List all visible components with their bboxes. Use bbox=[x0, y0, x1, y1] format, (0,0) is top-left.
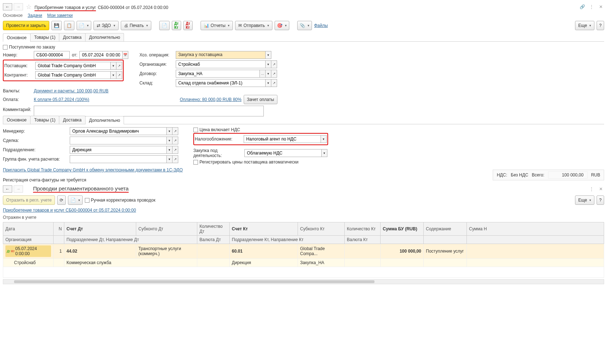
manager-field[interactable] bbox=[70, 127, 167, 135]
reflect-button[interactable]: Отразить в регл. учете bbox=[3, 195, 55, 205]
calendar-icon[interactable]: 📅 bbox=[123, 51, 128, 59]
org-open[interactable]: ↗ bbox=[271, 60, 277, 68]
contract-field[interactable] bbox=[176, 70, 260, 78]
number-field[interactable] bbox=[34, 51, 70, 59]
close2-icon[interactable]: ✕ bbox=[598, 186, 604, 192]
org-field[interactable] bbox=[176, 60, 266, 68]
kebab2-icon[interactable]: ⋮ bbox=[588, 186, 595, 192]
dtkt-green-button[interactable]: ДтКт bbox=[172, 21, 181, 30]
table-row[interactable]: ДтКт 05.07.2024 0:00:00 1 44.02 Транспор… bbox=[3, 244, 604, 259]
print-button[interactable]: 🖨 Печать bbox=[121, 21, 151, 30]
date-field[interactable] bbox=[79, 51, 123, 59]
attach-button[interactable]: 📎 bbox=[297, 21, 312, 30]
comment-field[interactable] bbox=[34, 106, 264, 116]
dept-open[interactable]: ↗ bbox=[173, 146, 178, 154]
link-bar: Основное Задачи Мои заметки bbox=[3, 13, 604, 18]
org-dropdown[interactable]: ▾ bbox=[266, 60, 271, 68]
post-button[interactable]: 📋 bbox=[64, 21, 74, 30]
op-dropdown[interactable]: ▾ bbox=[266, 51, 271, 59]
struct-button[interactable]: 🎯 bbox=[275, 21, 289, 30]
tab2-goods[interactable]: Товары (1) bbox=[30, 116, 59, 124]
contract-open[interactable]: ↗ bbox=[271, 70, 277, 78]
supplier-open[interactable]: ↗ bbox=[116, 62, 122, 70]
activity-field[interactable] bbox=[244, 149, 322, 157]
paid-link[interactable]: Оплачено: 80 000,00 RUB 80% bbox=[180, 97, 242, 102]
close-icon[interactable]: ✕ bbox=[598, 4, 604, 10]
currencies-link[interactable]: Документ и расчеты: 100 000,00 RUB bbox=[34, 88, 109, 93]
tab2-delivery[interactable]: Доставка bbox=[59, 116, 86, 124]
doc-link[interactable]: Приобретение товаров и услуг СБ00-000004… bbox=[3, 208, 136, 213]
edo-button[interactable]: ⇄ ЭДО bbox=[93, 21, 119, 30]
counter-field[interactable] bbox=[35, 71, 111, 79]
link-icon[interactable]: 🔗 bbox=[579, 4, 585, 10]
save-button[interactable]: 💾 bbox=[51, 21, 62, 30]
tab2-main[interactable]: Основное bbox=[3, 116, 31, 124]
table-row[interactable]: Стройснаб Коммерческая служба Дирекция З… bbox=[3, 259, 604, 267]
tax-dropdown[interactable]: ▾ bbox=[321, 135, 327, 143]
create-based-button[interactable]: 📄 bbox=[77, 21, 91, 30]
toolbar: Провести и закрыть 💾 📋 📄 ⇄ ЭДО 🖨 Печать … bbox=[3, 20, 604, 30]
tab-main[interactable]: Основное bbox=[3, 33, 31, 42]
send-button[interactable]: ✉ Отправить bbox=[235, 21, 272, 30]
dept-label: Подразделение: bbox=[3, 147, 68, 152]
tab-delivery[interactable]: Доставка bbox=[59, 33, 86, 41]
favorite-icon[interactable]: ☆ bbox=[26, 3, 32, 11]
copy-button[interactable]: 📄 bbox=[68, 195, 83, 205]
help2-button[interactable]: ? bbox=[597, 195, 604, 205]
more2-button[interactable]: Еще bbox=[575, 195, 594, 205]
refresh-button[interactable]: ⟳ bbox=[57, 195, 66, 205]
payment-link[interactable]: К оплате 05.07.2024 (100%) bbox=[34, 97, 89, 102]
op-field[interactable]: Закупка у поставщика bbox=[176, 51, 266, 59]
files-link[interactable]: Файлы bbox=[314, 23, 328, 28]
contract-dropdown[interactable]: ▾ bbox=[266, 70, 271, 78]
nav-back-button[interactable]: ← bbox=[3, 3, 12, 10]
supplier-dropdown[interactable]: ▾ bbox=[111, 62, 116, 70]
warehouse-label: Склад: bbox=[139, 80, 174, 86]
deal-dropdown[interactable]: ▾ bbox=[167, 137, 173, 144]
deal-open[interactable]: ↗ bbox=[173, 137, 178, 144]
doc-icon-button[interactable]: 📄 bbox=[159, 21, 170, 30]
manual-checkbox[interactable]: Ручная корректировка проводок bbox=[85, 198, 156, 203]
counter-dropdown[interactable]: ▾ bbox=[111, 71, 116, 79]
offset-button[interactable]: Зачет оплаты bbox=[244, 95, 277, 104]
tax-label: Налогообложение: bbox=[195, 137, 242, 142]
tax-field[interactable] bbox=[244, 135, 321, 143]
activity-dropdown[interactable]: ▾ bbox=[322, 149, 327, 157]
group-field[interactable] bbox=[70, 155, 167, 163]
h-scrollbar[interactable] bbox=[3, 279, 604, 284]
warehouse-dropdown[interactable]: ▾ bbox=[266, 79, 271, 87]
contract-more[interactable]: … bbox=[260, 70, 266, 78]
manager-dropdown[interactable]: ▾ bbox=[167, 127, 173, 135]
supplier-field[interactable] bbox=[35, 62, 111, 70]
more-button[interactable]: Еще bbox=[575, 21, 594, 30]
auto-price-checkbox[interactable]: Регистрировать цены поставщика автоматич… bbox=[193, 160, 298, 165]
dtkt-red-button[interactable]: ДтКт bbox=[183, 21, 193, 30]
dept-field[interactable] bbox=[70, 146, 167, 154]
post-close-button[interactable]: Провести и закрыть bbox=[3, 21, 49, 30]
vat-incl-checkbox[interactable]: Цена включает НДС bbox=[193, 127, 240, 132]
nav2-forward-button[interactable]: → bbox=[14, 185, 23, 193]
number-label: Номер: bbox=[3, 52, 32, 57]
linkbar-tasks[interactable]: Задачи bbox=[28, 13, 42, 18]
warehouse-field[interactable] bbox=[176, 79, 266, 87]
kebab-icon[interactable]: ⋮ bbox=[588, 4, 595, 10]
dept-dropdown[interactable]: ▾ bbox=[167, 146, 173, 154]
deal-field[interactable] bbox=[70, 137, 167, 144]
tab2-extra[interactable]: Дополнительно bbox=[85, 116, 124, 124]
by-order-checkbox[interactable]: Поступление по заказу bbox=[3, 45, 55, 50]
help-button[interactable]: ? bbox=[597, 21, 604, 30]
manager-open[interactable]: ↗ bbox=[173, 127, 178, 135]
counter-open[interactable]: ↗ bbox=[116, 71, 122, 79]
nav2-back-button[interactable]: ← bbox=[3, 185, 12, 193]
reports-button[interactable]: 📊 Отчеты bbox=[201, 21, 233, 30]
group-dropdown[interactable]: ▾ bbox=[167, 155, 173, 163]
tab-goods[interactable]: Товары (1) bbox=[30, 33, 59, 41]
warehouse-open[interactable]: ↗ bbox=[271, 79, 277, 87]
linkbar-notes[interactable]: Мои заметки bbox=[47, 13, 73, 18]
invite-link[interactable]: Пригласить Global Trade Company GmbH к о… bbox=[3, 167, 183, 172]
linkbar-main[interactable]: Основное bbox=[3, 13, 23, 18]
nav-forward-button[interactable]: → bbox=[14, 3, 23, 10]
group-label: Группа фин. учета расчетов: bbox=[3, 157, 68, 162]
tab-extra[interactable]: Дополнительно bbox=[85, 33, 124, 41]
group-open[interactable]: ↗ bbox=[173, 155, 178, 163]
